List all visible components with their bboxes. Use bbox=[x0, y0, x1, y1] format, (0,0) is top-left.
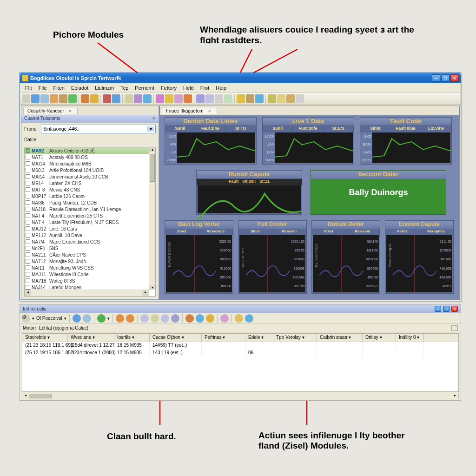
list-item[interactable]: MA718Woteg 0F3S bbox=[25, 278, 149, 284]
grid-col-header[interactable]: Edele ▾ bbox=[245, 334, 273, 342]
checkbox-icon[interactable] bbox=[26, 155, 30, 159]
dashboard-tab[interactable]: Foude Itkágaetom✕ bbox=[162, 107, 217, 114]
bp-gear-icon[interactable]: ⚙ bbox=[22, 314, 30, 323]
grid-col-header[interactable]: Tpo Verolsy ▾ bbox=[273, 334, 317, 342]
vscroll-thumb[interactable] bbox=[150, 154, 155, 182]
list-item[interactable]: NAI11Meneltüvg WNS CSS bbox=[25, 264, 149, 271]
checkbox-icon[interactable] bbox=[26, 278, 30, 283]
checkbox-icon[interactable]: ✓ bbox=[26, 148, 30, 153]
checkbox-icon[interactable] bbox=[26, 239, 30, 244]
menu-tcp[interactable]: Tcp bbox=[117, 84, 132, 92]
bottom-panel-1[interactable]: Full ConterSInctRtonoilnDNG.JarBé 52000:… bbox=[238, 220, 307, 294]
list-item[interactable]: MAT 6Mewis 48 CNS bbox=[25, 186, 149, 193]
list-item[interactable]: NAJ18Resule Dareaxtiionl, Ian Y1 Lemge bbox=[25, 206, 149, 212]
checkbox-icon[interactable] bbox=[26, 259, 30, 264]
checkbox-icon[interactable] bbox=[26, 187, 30, 192]
from-dropdown[interactable]: Sinfasonge.:446.. bbox=[41, 125, 156, 133]
bottom-hscroll[interactable] bbox=[22, 393, 459, 399]
bottom-panel-3[interactable]: Enmom CaputeFelictRerophitsShwrs paring … bbox=[385, 220, 454, 294]
bp-min-icon[interactable]: – bbox=[435, 306, 441, 312]
tab-close-icon[interactable]: ✕ bbox=[67, 109, 73, 113]
table-row[interactable]: (21 23 18:15 119.1 690(25d4 direvet 1 12… bbox=[22, 342, 458, 350]
list-item[interactable]: MAJ12Line: 16 Cars bbox=[25, 225, 149, 232]
toolbar-icon-29[interactable] bbox=[255, 94, 264, 103]
grid-col-header[interactable]: Cacse Oijbon ▾ bbox=[150, 334, 202, 342]
checkbox-icon[interactable] bbox=[26, 194, 30, 198]
bottom-panel-0[interactable]: Baut Log VorterSInctRtonolwtsNoWH5 E D0W… bbox=[165, 220, 233, 294]
bp-icon-9[interactable] bbox=[171, 314, 179, 323]
bottom-panel-2[interactable]: Dobule DelterFthclRernomtPar Joris õ Dan… bbox=[311, 220, 380, 294]
checkbox-icon[interactable] bbox=[26, 226, 30, 231]
menu-flit[interactable]: Flit bbox=[22, 84, 35, 92]
checkbox-icon[interactable] bbox=[26, 213, 30, 218]
toolbar-icon-5[interactable] bbox=[68, 94, 77, 103]
bp-max-icon[interactable]: □ bbox=[443, 306, 450, 312]
toolbar-icon-7[interactable] bbox=[81, 94, 89, 103]
toolbar-icon-8[interactable] bbox=[90, 94, 99, 103]
menu-pernomt[interactable]: Pernomt bbox=[132, 84, 158, 92]
toolbar-icon-22[interactable] bbox=[196, 94, 205, 103]
bp-icon-4[interactable] bbox=[116, 314, 124, 323]
table-row[interactable]: (25 12 19:15 186.1 8571l234 tdovce 1 (28… bbox=[22, 350, 458, 357]
checkbox-icon[interactable] bbox=[26, 168, 30, 172]
bp-icon-14[interactable] bbox=[235, 314, 243, 323]
grid-col-header[interactable]: Pefrinas ▾ bbox=[202, 334, 245, 342]
checkbox-icon[interactable] bbox=[26, 161, 30, 166]
bp-icon-2[interactable] bbox=[83, 314, 91, 323]
bottom-hscroll-thumb[interactable] bbox=[29, 394, 52, 398]
menu-held[interactable]: Held bbox=[180, 84, 197, 92]
checkbox-icon[interactable] bbox=[26, 246, 30, 251]
list-item[interactable]: NAJ14Lateöd Monges bbox=[25, 284, 149, 290]
toolbar-icon-1[interactable] bbox=[31, 94, 40, 103]
bp-icon-11[interactable] bbox=[196, 314, 204, 323]
sidebar-header-close-icon[interactable]: ✕ bbox=[152, 116, 156, 122]
checkbox-icon[interactable] bbox=[26, 233, 30, 238]
list-item[interactable]: Nc2F15NS bbox=[25, 245, 149, 251]
toolbar-icon-19[interactable] bbox=[174, 94, 183, 103]
list-item[interactable]: NA7 4Laste Tily iFfedulum/, N JT CRDS bbox=[25, 219, 149, 225]
menu-epladot[interactable]: Epladot bbox=[68, 84, 92, 92]
sidebar-tab[interactable]: Cospitify Raneser✕ bbox=[23, 107, 78, 114]
grid-col-header[interactable]: Wvediane ▾ bbox=[68, 334, 114, 342]
bp-icon-13[interactable] bbox=[220, 314, 229, 323]
big-button[interactable]: 6eccont DaterBally Duinorgs bbox=[311, 170, 446, 215]
toolbar-icon-0[interactable] bbox=[22, 94, 30, 103]
grid-col-header[interactable]: Dritisy ▾ bbox=[363, 334, 396, 342]
list-item[interactable]: MEI.4Lanten 2X CHS bbox=[25, 180, 149, 186]
toolbar-icon-25[interactable] bbox=[224, 94, 232, 103]
dashboard-panel-1[interactable]: Live 1 DataSunilFunt 20feSt.171LA20UA6LL… bbox=[262, 117, 354, 165]
grid-col-header[interactable]: Stadrebtis ▾ bbox=[22, 334, 68, 342]
grid-col-header[interactable]: Iosrtlis ▾ bbox=[114, 334, 150, 342]
bp-icon-7[interactable] bbox=[151, 314, 159, 323]
bp-icon-6[interactable] bbox=[140, 314, 149, 323]
menu-frot[interactable]: Frot bbox=[197, 84, 213, 92]
toolbar-icon-10[interactable] bbox=[103, 94, 111, 103]
bp-icon-10[interactable] bbox=[185, 314, 194, 323]
titlebar[interactable]: Bogdilces Olouloi is Sprcin Tertwurfk – … bbox=[20, 73, 461, 83]
toolbar-icon-3[interactable] bbox=[50, 94, 58, 103]
bp-icon-12[interactable] bbox=[206, 314, 214, 323]
toolbar-icon-11[interactable] bbox=[112, 94, 120, 103]
toolbar-icon-14[interactable] bbox=[134, 94, 142, 103]
list-item[interactable]: NAI86Paulg Mionte), 12 CDB bbox=[25, 199, 149, 206]
menu-liulmzm[interactable]: Liulmzm bbox=[92, 84, 117, 92]
toolbar-icon-24[interactable] bbox=[215, 94, 223, 103]
toolbar-icon-33[interactable] bbox=[286, 94, 295, 103]
list-item[interactable]: M60.3Artie Pofottional 184 UOIB bbox=[25, 167, 149, 173]
dash-tab-close-icon[interactable]: ✕ bbox=[206, 109, 213, 113]
checkbox-icon[interactable] bbox=[26, 285, 30, 290]
grid-col-header[interactable]: Catbrin stsatr ▾ bbox=[317, 334, 363, 342]
list-item[interactable]: NA71Acstaly 489 88.OS bbox=[25, 154, 149, 160]
bp-icon-1[interactable] bbox=[73, 314, 81, 323]
toolbar-icon-32[interactable] bbox=[277, 94, 285, 103]
bp-icon-15[interactable] bbox=[245, 314, 253, 323]
list-hscroll[interactable] bbox=[25, 290, 149, 296]
checkbox-icon[interactable] bbox=[26, 174, 30, 179]
toolbar-icon-18[interactable] bbox=[165, 94, 173, 103]
toolbar-icon-28[interactable] bbox=[246, 94, 254, 103]
toolbar-icon-15[interactable] bbox=[143, 94, 152, 103]
list-vscroll[interactable] bbox=[149, 147, 155, 290]
dashboard-panel-0[interactable]: Denion Data LinlesSunilFaul 2ineSt TDLND… bbox=[165, 117, 257, 165]
toolbar-icon-34[interactable] bbox=[296, 94, 304, 103]
menu-fiten[interactable]: Fiten bbox=[50, 84, 67, 92]
